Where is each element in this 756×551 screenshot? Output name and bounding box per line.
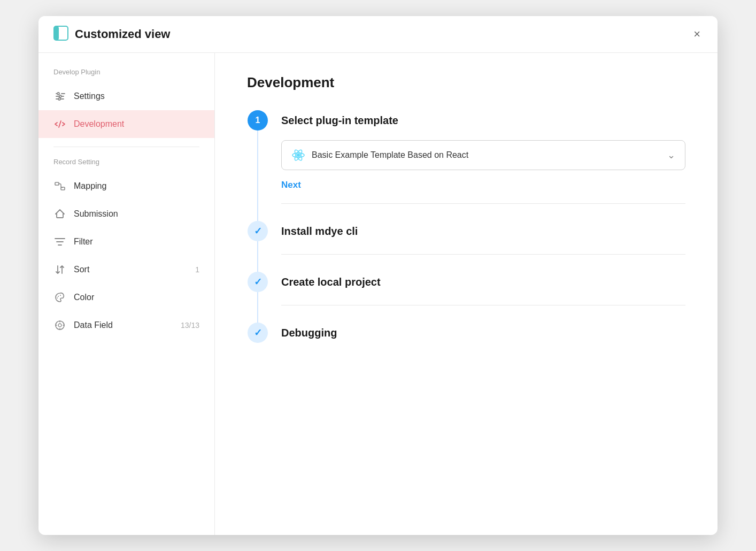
step-1-circle: 1 bbox=[248, 110, 268, 131]
main-title: Development bbox=[247, 74, 685, 91]
step-3-circle: ✓ bbox=[248, 272, 268, 292]
step-4-circle: ✓ bbox=[248, 323, 268, 343]
step-3-check: ✓ bbox=[254, 276, 262, 288]
modal-title: Customized view bbox=[75, 27, 170, 41]
sidebar-item-submission[interactable]: Submission bbox=[38, 200, 214, 228]
svg-rect-2 bbox=[55, 182, 59, 185]
modal-body: Develop Plugin Settings D bbox=[38, 53, 718, 535]
step-1-body: Basic Example Template Based on React ⌄ … bbox=[281, 140, 685, 190]
sidebar-item-sort-badge: 1 bbox=[195, 265, 199, 274]
sidebar-item-filter-label: Filter bbox=[74, 237, 199, 247]
sidebar-item-sort-label: Sort bbox=[74, 265, 188, 274]
sidebar-divider bbox=[53, 147, 199, 147]
svg-point-8 bbox=[58, 324, 61, 327]
step-3: ✓ Create local project bbox=[247, 272, 685, 323]
step-3-divider bbox=[281, 305, 685, 305]
step-2-divider bbox=[281, 254, 685, 255]
sidebar-section-record: Record Setting Mapping bbox=[38, 158, 214, 339]
svg-point-6 bbox=[57, 297, 58, 299]
sidebar-item-data-field[interactable]: Data Field 13/13 bbox=[38, 311, 214, 339]
step-2-line bbox=[257, 241, 258, 272]
close-button[interactable]: × bbox=[691, 26, 703, 42]
color-icon bbox=[53, 291, 66, 304]
step-4-left: ✓ bbox=[247, 323, 268, 360]
sidebar-item-settings-label: Settings bbox=[74, 91, 199, 101]
data-field-icon bbox=[53, 319, 66, 332]
react-icon bbox=[291, 148, 305, 162]
step-2-circle: ✓ bbox=[248, 221, 268, 241]
step-4-check: ✓ bbox=[254, 327, 262, 339]
step-3-line bbox=[257, 292, 258, 323]
sort-icon bbox=[53, 263, 66, 276]
step-2-title: Install mdye cli bbox=[281, 221, 685, 241]
sidebar-section-label-record: Record Setting bbox=[38, 158, 214, 172]
filter-icon bbox=[53, 235, 66, 248]
step-2-left: ✓ bbox=[247, 221, 268, 272]
template-select[interactable]: Basic Example Template Based on React ⌄ bbox=[281, 140, 685, 170]
template-select-left: Basic Example Template Based on React bbox=[291, 148, 468, 162]
submission-icon bbox=[53, 208, 66, 220]
step-2-content: Install mdye cli bbox=[281, 221, 685, 272]
sidebar-item-color[interactable]: Color bbox=[38, 284, 214, 311]
sidebar-item-color-label: Color bbox=[74, 293, 199, 302]
panel-icon bbox=[53, 26, 68, 43]
step-2-check: ✓ bbox=[254, 225, 262, 237]
code-icon bbox=[53, 118, 66, 131]
step-1-divider bbox=[281, 203, 685, 204]
step-2: ✓ Install mdye cli bbox=[247, 221, 685, 272]
sidebar-item-mapping[interactable]: Mapping bbox=[38, 172, 214, 200]
mapping-icon bbox=[53, 180, 66, 193]
next-link[interactable]: Next bbox=[281, 180, 301, 190]
sidebar-section-develop: Develop Plugin Settings D bbox=[38, 68, 214, 138]
modal: Customized view × Develop Plugin Setting… bbox=[38, 16, 718, 535]
sidebar-item-mapping-label: Mapping bbox=[74, 181, 199, 191]
step-1-content: Select plug-in template bbox=[281, 110, 685, 221]
step-1-left: 1 bbox=[247, 110, 268, 221]
sidebar-item-data-field-label: Data Field bbox=[74, 320, 173, 330]
step-3-left: ✓ bbox=[247, 272, 268, 323]
step-4: ✓ Debugging bbox=[247, 323, 685, 360]
svg-point-4 bbox=[58, 296, 59, 297]
modal-header: Customized view × bbox=[38, 16, 718, 53]
sidebar: Develop Plugin Settings D bbox=[38, 53, 215, 535]
step-3-title: Create local project bbox=[281, 272, 685, 292]
settings-icon bbox=[53, 90, 66, 103]
main-content: Development 1 Select plug-in template bbox=[215, 53, 718, 535]
steps-container: 1 Select plug-in template bbox=[247, 110, 685, 360]
sidebar-item-settings[interactable]: Settings bbox=[38, 82, 214, 110]
sidebar-section-label-develop: Develop Plugin bbox=[38, 68, 214, 82]
step-3-content: Create local project bbox=[281, 272, 685, 323]
sidebar-item-sort[interactable]: Sort 1 bbox=[38, 256, 214, 284]
svg-point-5 bbox=[60, 295, 61, 296]
sidebar-item-submission-label: Submission bbox=[74, 209, 199, 219]
sidebar-item-data-field-badge: 13/13 bbox=[181, 321, 199, 330]
svg-rect-1 bbox=[54, 26, 59, 40]
sidebar-item-development-label: Development bbox=[74, 119, 199, 129]
sidebar-item-development[interactable]: Development bbox=[38, 110, 214, 138]
step-1-title: Select plug-in template bbox=[281, 110, 685, 131]
template-select-text: Basic Example Template Based on React bbox=[312, 150, 468, 160]
header-left: Customized view bbox=[53, 26, 170, 43]
template-select-arrow-icon: ⌄ bbox=[667, 149, 675, 161]
step-4-content: Debugging bbox=[281, 323, 685, 360]
step-1: 1 Select plug-in template bbox=[247, 110, 685, 221]
step-4-title: Debugging bbox=[281, 323, 685, 343]
svg-point-9 bbox=[297, 154, 300, 157]
sidebar-item-filter[interactable]: Filter bbox=[38, 228, 214, 256]
step-1-line bbox=[257, 131, 258, 221]
